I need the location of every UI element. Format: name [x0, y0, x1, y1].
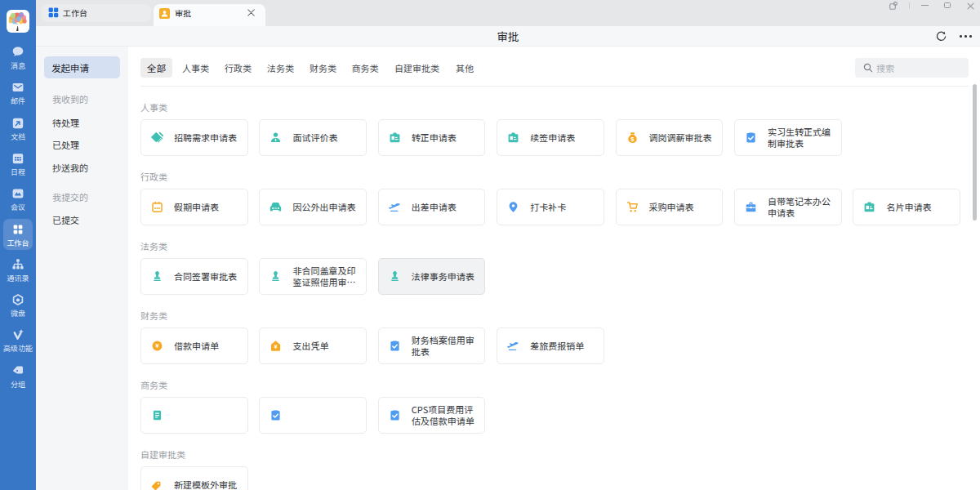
svg-text:$: $ — [630, 135, 635, 142]
svg-text:¥: ¥ — [155, 342, 159, 350]
